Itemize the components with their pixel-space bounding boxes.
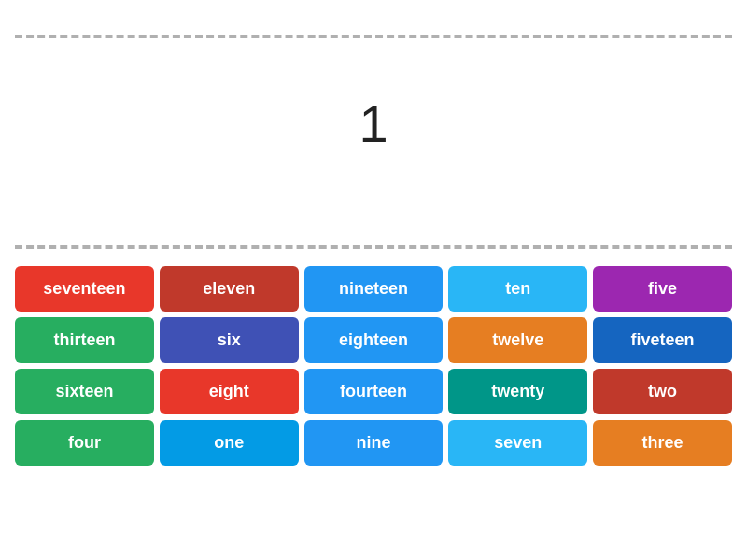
word-grid: seventeenelevennineteentenfivethirteensi… [15, 266, 732, 466]
word-tile[interactable]: seventeen [15, 266, 154, 312]
word-tile[interactable]: eighteen [304, 317, 444, 363]
word-tile[interactable]: five [593, 266, 732, 312]
dashed-border-top [0, 28, 747, 45]
word-tile[interactable]: eight [160, 369, 299, 414]
page-number: 1 [359, 93, 388, 154]
word-tile[interactable]: one [160, 420, 299, 466]
number-display: 1 [0, 93, 747, 154]
word-tile[interactable]: thirteen [15, 317, 154, 363]
dashed-border-middle [0, 239, 747, 256]
word-tile[interactable]: eleven [160, 266, 299, 312]
word-tile[interactable]: sixteen [15, 369, 154, 414]
word-tile[interactable]: fiveteen [593, 317, 732, 363]
word-tile[interactable]: fourteen [304, 369, 444, 414]
word-tile[interactable]: three [593, 420, 732, 466]
word-tile[interactable]: ten [448, 266, 587, 312]
word-tile[interactable]: four [15, 420, 154, 466]
word-tile[interactable]: two [593, 369, 732, 414]
word-tile[interactable]: twelve [448, 317, 587, 363]
word-tile[interactable]: seven [448, 420, 587, 466]
word-tile[interactable]: nine [304, 420, 444, 466]
word-tile[interactable]: six [160, 317, 299, 363]
word-tile[interactable]: nineteen [304, 266, 444, 312]
word-tile[interactable]: twenty [448, 369, 587, 414]
